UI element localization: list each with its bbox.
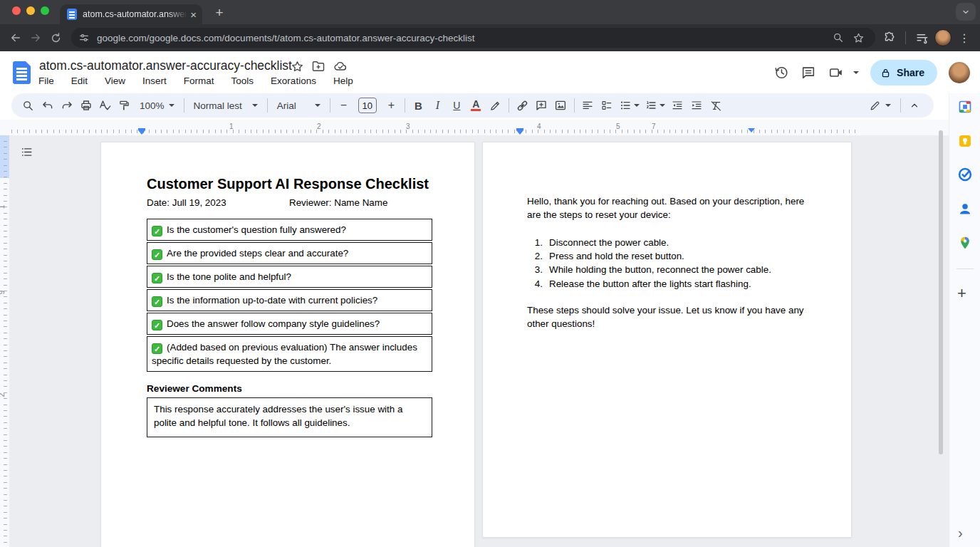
checklist-table: ✓Is the customer's question fully answer…: [147, 219, 432, 372]
checklist-button[interactable]: [598, 96, 617, 115]
zoom-value: 100%: [140, 100, 165, 111]
print-icon: [80, 99, 93, 112]
ruler-number: 7: [652, 123, 656, 130]
comments-icon[interactable]: [801, 65, 816, 80]
browser-tab[interactable]: atom.cs-automator.answer-ac ×: [60, 4, 202, 24]
menu-file[interactable]: File: [38, 75, 54, 86]
highlight-color-button[interactable]: [486, 96, 505, 115]
google-calendar-icon[interactable]: [958, 100, 972, 114]
align-button[interactable]: [578, 96, 598, 115]
italic-button[interactable]: I: [428, 96, 447, 115]
menu-insert[interactable]: Insert: [142, 75, 167, 86]
decrease-font-size-button[interactable]: −: [334, 96, 353, 115]
show-side-panel-button[interactable]: ›: [958, 525, 963, 541]
text-color-button[interactable]: A: [466, 96, 486, 115]
document-outline-button[interactable]: [20, 146, 36, 162]
close-window-button[interactable]: [12, 6, 21, 15]
chevron-down-icon: [252, 104, 258, 107]
meet-button[interactable]: [828, 65, 859, 80]
browser-profile-avatar[interactable]: [934, 29, 952, 46]
google-maps-icon[interactable]: [958, 236, 972, 250]
list-number: 1.: [527, 236, 549, 249]
vertical-scrollbar[interactable]: [939, 130, 943, 454]
minimize-window-button[interactable]: [26, 6, 35, 15]
checklist-row: ✓Is the information up-to-date with curr…: [147, 289, 432, 311]
media-list-icon: [915, 31, 929, 45]
document-title[interactable]: atom.cs-automator.answer-accuracy-checkl…: [39, 58, 292, 73]
zoom-window-button[interactable]: [41, 6, 49, 15]
menu-help[interactable]: Help: [333, 75, 353, 86]
paragraph-style-select[interactable]: Normal lest: [188, 96, 264, 115]
bold-button[interactable]: B: [409, 96, 428, 115]
tab-search-button[interactable]: [956, 3, 976, 21]
spell-check-button[interactable]: [95, 96, 115, 115]
print-button[interactable]: [76, 96, 95, 115]
tab-close-icon[interactable]: ×: [190, 9, 197, 20]
browser-menu-button[interactable]: ⋮: [954, 28, 974, 48]
search-lens-button[interactable]: [828, 28, 848, 48]
indent-marker[interactable]: [138, 128, 145, 135]
insert-link-button[interactable]: [513, 96, 532, 115]
document-page-1[interactable]: Customer Support AI Response Checklist D…: [100, 142, 475, 547]
checklist-row: ✓Are the provided steps clear and accura…: [147, 242, 432, 264]
add-comment-button[interactable]: [532, 96, 551, 115]
version-history-icon[interactable]: [773, 65, 789, 80]
cloud-saved-icon[interactable]: [333, 59, 348, 73]
share-button[interactable]: Share: [870, 60, 937, 85]
google-tasks-icon[interactable]: [958, 167, 972, 182]
list-item: 4.Release the button after the lights st…: [527, 277, 812, 291]
font-select[interactable]: Arial: [271, 96, 326, 115]
google-keep-icon[interactable]: [958, 134, 972, 148]
redo-button[interactable]: [57, 96, 76, 115]
ruler-number: 1: [0, 205, 6, 209]
increase-indent-button[interactable]: [687, 96, 707, 115]
menu-edit[interactable]: Edit: [71, 75, 88, 86]
get-add-ons-button[interactable]: +: [957, 284, 966, 303]
indent-marker[interactable]: [516, 128, 523, 135]
vertical-ruler: 1 9 2: [0, 135, 9, 547]
toolbar-divider: [267, 98, 268, 113]
search-menus-button[interactable]: [19, 96, 38, 115]
right-indent-marker[interactable]: [748, 128, 755, 132]
kebab-menu-icon: ⋮: [959, 31, 970, 45]
menu-format[interactable]: Format: [184, 75, 214, 86]
account-avatar[interactable]: [949, 62, 970, 83]
back-button[interactable]: [6, 28, 26, 48]
docs-favicon: [67, 9, 77, 20]
undo-button[interactable]: [38, 96, 57, 115]
zoom-select[interactable]: 100%: [134, 96, 180, 115]
increase-font-size-button[interactable]: +: [382, 96, 401, 115]
media-controls-button[interactable]: [912, 28, 932, 48]
bookmark-button[interactable]: [848, 28, 868, 48]
site-settings-tune-icon[interactable]: [78, 32, 90, 43]
toolbar-divider: [905, 31, 906, 44]
paint-format-button[interactable]: [115, 96, 134, 115]
menu-tools[interactable]: Tools: [231, 75, 254, 86]
underline-button[interactable]: U: [447, 96, 466, 115]
menu-view[interactable]: View: [105, 75, 125, 86]
docs-app-icon[interactable]: [13, 61, 31, 84]
font-size-input[interactable]: 10: [358, 98, 377, 113]
hide-menus-button[interactable]: [905, 96, 924, 115]
reload-button[interactable]: [46, 28, 66, 48]
document-page-2[interactable]: Hello, thank you for reaching out. Based…: [482, 142, 852, 538]
menu-exorations[interactable]: Exorations: [271, 75, 316, 86]
extensions-button[interactable]: [880, 28, 900, 48]
editing-mode-select[interactable]: [863, 96, 897, 115]
move-to-folder-icon[interactable]: [311, 59, 325, 73]
forward-button[interactable]: [26, 28, 46, 48]
new-tab-button[interactable]: +: [210, 4, 229, 22]
bulleted-list-button[interactable]: [617, 96, 642, 115]
numbered-list-button[interactable]: [642, 96, 668, 115]
address-bar[interactable]: google.com/google.docs.com/documents/t/a…: [71, 28, 875, 48]
clear-formatting-button[interactable]: [707, 96, 726, 115]
steps-list: 1.Disconnect the power cable. 2.Press an…: [527, 236, 812, 291]
outdent-icon: [671, 100, 684, 111]
google-contacts-icon[interactable]: [958, 202, 972, 216]
decrease-indent-button[interactable]: [668, 96, 687, 115]
toolbar-divider: [330, 98, 330, 113]
star-document-icon[interactable]: [291, 60, 304, 73]
star-icon: [853, 32, 865, 44]
checklist-item-text: Does the answer follow company style gui…: [167, 318, 380, 329]
insert-image-button[interactable]: [551, 96, 570, 115]
